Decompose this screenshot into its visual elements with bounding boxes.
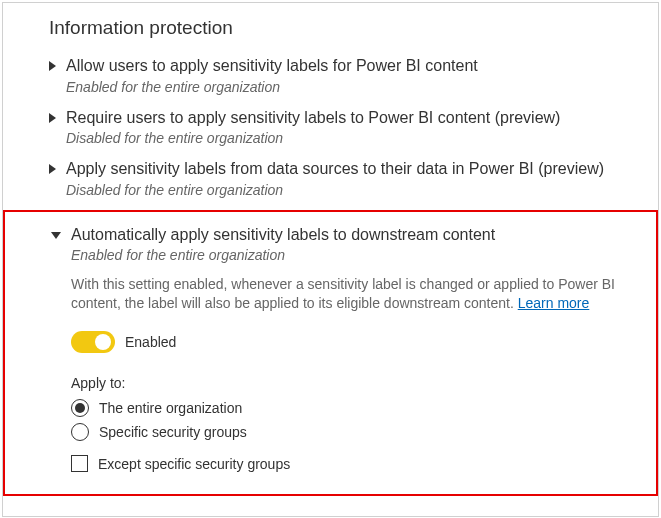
toggle-knob-icon [95, 334, 111, 350]
setting-text: Automatically apply sensitivity labels t… [71, 224, 636, 478]
toggle-row: Enabled [71, 331, 636, 353]
checkbox-label: Except specific security groups [98, 456, 290, 472]
setting-title: Automatically apply sensitivity labels t… [71, 224, 636, 246]
learn-more-link[interactable]: Learn more [518, 295, 590, 311]
radio-icon [71, 399, 89, 417]
setting-text: Require users to apply sensitivity label… [66, 107, 638, 147]
setting-title: Apply sensitivity labels from data sourc… [66, 158, 638, 180]
expand-caret-icon [49, 113, 56, 123]
expand-caret-icon [49, 61, 56, 71]
setting-allow-labels[interactable]: Allow users to apply sensitivity labels … [3, 49, 658, 101]
toggle-label: Enabled [125, 334, 176, 350]
radio-label: The entire organization [99, 400, 242, 416]
setting-status: Enabled for the entire organization [71, 247, 636, 263]
setting-require-labels[interactable]: Require users to apply sensitivity label… [3, 101, 658, 153]
setting-auto-apply-downstream[interactable]: Automatically apply sensitivity labels t… [5, 218, 656, 484]
setting-status: Disabled for the entire organization [66, 182, 638, 198]
setting-description: With this setting enabled, whenever a se… [71, 275, 636, 313]
setting-data-sources-labels[interactable]: Apply sensitivity labels from data sourc… [3, 152, 658, 204]
enabled-toggle[interactable] [71, 331, 115, 353]
section-title: Information protection [3, 3, 658, 49]
apply-to-label: Apply to: [71, 375, 636, 391]
radio-entire-org[interactable]: The entire organization [71, 399, 636, 417]
checkbox-icon [71, 455, 88, 472]
setting-text: Apply sensitivity labels from data sourc… [66, 158, 638, 198]
radio-specific-groups[interactable]: Specific security groups [71, 423, 636, 441]
highlighted-setting: Automatically apply sensitivity labels t… [3, 210, 658, 496]
setting-title: Require users to apply sensitivity label… [66, 107, 638, 129]
radio-label: Specific security groups [99, 424, 247, 440]
radio-icon [71, 423, 89, 441]
expand-caret-icon [49, 164, 56, 174]
information-protection-panel: Information protection Allow users to ap… [2, 2, 659, 517]
setting-text: Allow users to apply sensitivity labels … [66, 55, 638, 95]
setting-status: Disabled for the entire organization [66, 130, 638, 146]
setting-title: Allow users to apply sensitivity labels … [66, 55, 638, 77]
setting-status: Enabled for the entire organization [66, 79, 638, 95]
collapse-caret-icon [51, 232, 61, 239]
checkbox-except-groups[interactable]: Except specific security groups [71, 455, 636, 472]
